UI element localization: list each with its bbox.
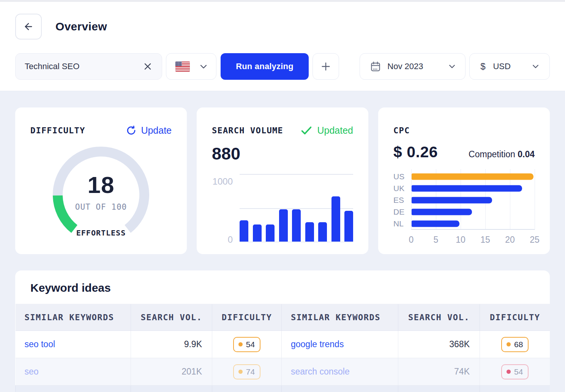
table-header-row: SIMILAR KEYWORDS SEARCH VOL. DIFICULTY S… — [16, 304, 550, 331]
search-volume-cell: 74K — [398, 358, 480, 386]
keyword-search-field[interactable] — [15, 53, 162, 80]
difficulty-dot-icon — [507, 342, 511, 346]
cpc-plot: 0510152025 — [411, 169, 535, 230]
cpc-bar — [412, 209, 472, 215]
column-header-similar-keywords: SIMILAR KEYWORDS — [282, 304, 398, 331]
add-keyword-button[interactable] — [312, 53, 339, 80]
calendar-icon — [370, 60, 381, 73]
keyword-link[interactable]: seo tool — [25, 339, 55, 349]
keyword-link[interactable]: google trends — [291, 339, 344, 349]
keyword-ideas-card: Keyword ideas SIMILAR KEYWORDS SEARCH VO… — [15, 270, 550, 392]
difficulty-dot-icon — [238, 342, 243, 346]
cpc-country-label: NL — [393, 218, 411, 229]
x-axis-tick-label: 10 — [456, 235, 466, 245]
chevron-down-icon — [449, 65, 455, 68]
cpc-bar — [412, 220, 459, 227]
volume-bar — [305, 222, 314, 242]
difficulty-badge: 74 — [233, 364, 260, 379]
table-row: seo tool 9.9K 54 google trends 368K 68 — [16, 331, 550, 358]
search-volume-plot — [240, 174, 353, 242]
country-select[interactable] — [166, 53, 216, 80]
y-axis-label-1000: 1000 — [213, 176, 233, 187]
volume-bar — [344, 211, 353, 242]
metric-cards: DIFFICULTY Update 18 OUT OF 100 EFFORTLE… — [0, 91, 565, 254]
search-volume-cell: 368K — [398, 331, 480, 358]
difficulty-dot-icon — [507, 370, 511, 374]
column-header-search-vol: SEARCH VOL. — [398, 304, 480, 331]
cpc-chart: USUKESDENL 0510152025 — [393, 169, 535, 230]
x-axis-tick-label: 25 — [530, 235, 540, 245]
cpc-country-label: ES — [393, 194, 411, 206]
volume-bar — [331, 196, 340, 242]
currency-select[interactable]: $ USD — [469, 53, 550, 80]
date-select[interactable]: Nov 2023 — [360, 53, 466, 80]
search-volume-cell: 9.9K — [131, 331, 212, 358]
cpc-x-axis-ticks: 0510152025 — [411, 230, 535, 244]
topbar: Overview Run analyzing — [0, 2, 565, 91]
difficulty-rating: EFFORTLESS — [52, 228, 150, 237]
cpc-bars — [411, 171, 535, 229]
cpc-country-labels: USUKESDENL — [393, 169, 411, 230]
search-volume-value: 880 — [212, 144, 353, 164]
keyword-ideas-title: Keyword ideas — [15, 270, 550, 304]
volume-bar — [240, 220, 248, 242]
plus-icon — [320, 61, 331, 72]
difficulty-label: DIFFICULTY — [30, 126, 85, 135]
difficulty-dot-icon — [238, 370, 243, 374]
dollar-icon: $ — [480, 61, 485, 72]
x-axis-tick-label: 5 — [434, 235, 439, 245]
cpc-bar — [412, 173, 533, 180]
updated-status: Updated — [301, 125, 353, 136]
competition-value: Competition 0.04 — [469, 149, 535, 160]
volume-bar — [292, 209, 301, 242]
cpc-value: $ 0.26 — [393, 143, 438, 161]
update-link[interactable]: Update — [126, 125, 172, 136]
table-row-partial — [16, 386, 550, 392]
x-axis-tick-label: 15 — [480, 235, 490, 245]
search-volume-bars — [240, 175, 353, 242]
chevron-down-icon — [200, 65, 207, 69]
updated-status-label: Updated — [317, 125, 353, 136]
page-title: Overview — [55, 20, 107, 33]
column-header-dificulty: DIFICULTY — [480, 304, 550, 331]
cpc-country-label: US — [393, 171, 411, 182]
difficulty-badge: 54 — [233, 337, 260, 352]
table-row: seo 201K 74 search console 74K 54 — [16, 358, 550, 386]
gridline — [535, 169, 535, 230]
us-flag-icon — [175, 62, 190, 72]
column-header-dificulty: DIFICULTY — [212, 304, 282, 331]
cpc-bar — [412, 197, 492, 203]
chevron-down-icon — [532, 65, 539, 68]
keyword-link[interactable]: search console — [291, 367, 350, 376]
cpc-bar — [412, 185, 522, 191]
search-volume-label: SEARCH VOLUME — [212, 126, 283, 135]
difficulty-value: 18 — [52, 171, 150, 198]
arrow-left-icon — [23, 21, 34, 32]
clear-keyword-button[interactable] — [142, 61, 153, 72]
keyword-ideas-table: SIMILAR KEYWORDS SEARCH VOL. DIFICULTY S… — [15, 304, 550, 392]
cpc-country-label: UK — [393, 182, 411, 194]
back-button[interactable] — [15, 14, 42, 40]
refresh-icon — [126, 125, 136, 136]
keyword-input[interactable] — [25, 62, 142, 71]
y-axis-label-0: 0 — [228, 234, 233, 245]
volume-bar — [318, 222, 327, 242]
update-link-label: Update — [141, 125, 172, 136]
date-select-label: Nov 2023 — [387, 62, 423, 71]
cpc-country-label: DE — [393, 206, 411, 218]
x-icon — [144, 62, 152, 71]
cpc-label: CPC — [393, 126, 410, 135]
volume-bar — [266, 224, 275, 242]
difficulty-sub-label: OUT OF 100 — [52, 202, 150, 212]
column-header-search-vol: SEARCH VOL. — [131, 304, 212, 331]
search-volume-cell: 201K — [131, 358, 212, 386]
difficulty-card: DIFFICULTY Update 18 OUT OF 100 EFFORTLE… — [15, 107, 187, 254]
volume-bar — [279, 209, 288, 242]
run-analyzing-button[interactable]: Run analyzing — [221, 53, 309, 80]
keyword-link[interactable]: seo — [25, 367, 39, 376]
currency-select-label: USD — [493, 62, 510, 71]
column-header-similar-keywords: SIMILAR KEYWORDS — [16, 304, 131, 331]
difficulty-badge: 54 — [501, 364, 529, 379]
volume-bar — [253, 224, 262, 242]
check-icon — [301, 126, 312, 135]
